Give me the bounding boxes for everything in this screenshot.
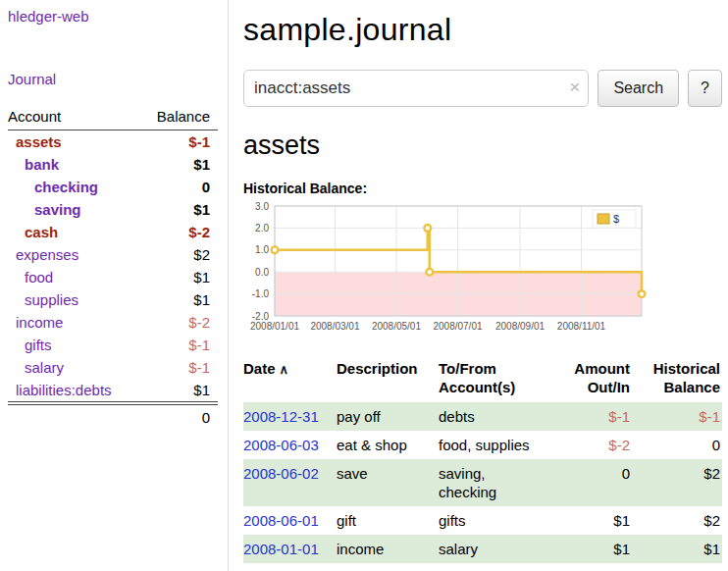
- account-row: gifts$-1: [8, 334, 218, 356]
- account-balance: $-2: [140, 221, 218, 243]
- data-point-marker: [639, 290, 646, 297]
- account-row: assets$-1: [8, 130, 218, 154]
- register-accounts: food, supplies: [439, 431, 551, 459]
- hledger-web-app: hledger-web Journal Account Balance asse…: [0, 0, 728, 571]
- accounts-header-row: Account Balance: [8, 108, 218, 130]
- register-balance: $1: [632, 535, 722, 563]
- register-row: 2008-06-03eat & shopfood, supplies$-20: [243, 431, 722, 459]
- register-header-balance: Historical Balance: [632, 357, 722, 402]
- svg-text:$: $: [613, 213, 619, 225]
- account-balance: $1: [140, 379, 218, 403]
- register-header-row: Date∧ Description To/From Account(s) Amo…: [243, 357, 722, 402]
- svg-text:-1.0: -1.0: [252, 288, 270, 299]
- register-date-link[interactable]: 2008-01-01: [243, 541, 319, 557]
- accounts-total-row: 0: [8, 403, 218, 429]
- svg-text:2008/05/01: 2008/05/01: [372, 321, 421, 332]
- svg-text:2008/03/01: 2008/03/01: [310, 321, 359, 332]
- account-balance: $2: [140, 243, 218, 266]
- data-point-marker: [272, 246, 279, 253]
- register-date-link[interactable]: 2008-06-01: [243, 512, 319, 529]
- register-accounts: debts: [439, 402, 551, 431]
- register-row: 2008-06-01giftgifts$1$2: [243, 506, 722, 535]
- account-balance: 0: [140, 176, 218, 198]
- account-link-food[interactable]: food: [25, 269, 53, 286]
- svg-text:1.0: 1.0: [255, 244, 269, 255]
- register-accounts: saving, checking: [439, 459, 551, 506]
- sort-ascending-icon: ∧: [280, 362, 289, 377]
- register-row: 2008-06-02savesaving, checking0$2: [243, 459, 722, 506]
- register-balance: $2: [632, 506, 722, 535]
- legend-swatch: [598, 214, 609, 224]
- register-balance: 0: [632, 431, 722, 459]
- register-date-link[interactable]: 2008-12-31: [243, 408, 319, 425]
- main-content: sample.journal × Search ? assets Histori…: [230, 0, 728, 571]
- account-balance: $-1: [140, 356, 218, 379]
- register-row: 2008-01-01incomesalary$1$1: [243, 535, 722, 563]
- account-link-cash[interactable]: cash: [25, 224, 58, 240]
- account-link-gifts[interactable]: gifts: [25, 337, 52, 353]
- accounts-header-account: Account: [8, 108, 140, 130]
- account-balance: $1: [140, 266, 218, 288]
- register-date-link[interactable]: 2008-06-02: [243, 465, 319, 482]
- svg-text:2008/07/01: 2008/07/01: [433, 321, 482, 332]
- account-link-expenses[interactable]: expenses: [16, 246, 78, 263]
- account-link-supplies[interactable]: supplies: [25, 291, 78, 308]
- data-point-marker: [424, 225, 431, 232]
- svg-text:2008/11/01: 2008/11/01: [557, 321, 606, 332]
- sidebar-item-journal[interactable]: Journal: [8, 71, 56, 87]
- register-description: income: [337, 535, 439, 563]
- account-link-saving[interactable]: saving: [34, 201, 81, 218]
- account-row: food$1: [8, 266, 218, 288]
- svg-text:2.0: 2.0: [255, 223, 269, 234]
- register-amount: 0: [551, 459, 632, 506]
- app-title-link[interactable]: hledger-web: [8, 8, 89, 25]
- register-amount: $-1: [551, 402, 632, 431]
- account-balance: $-1: [140, 334, 218, 356]
- svg-text:2008/09/01: 2008/09/01: [495, 321, 545, 332]
- account-row: salary$-1: [8, 356, 218, 379]
- account-row: bank$1: [8, 153, 218, 176]
- data-point-marker: [426, 269, 433, 276]
- account-balance: $1: [140, 288, 218, 311]
- account-row: expenses$2: [8, 243, 218, 266]
- account-link-assets[interactable]: assets: [16, 133, 62, 150]
- search-button[interactable]: Search: [598, 70, 679, 107]
- svg-text:0.0: 0.0: [255, 267, 269, 278]
- clear-search-icon[interactable]: ×: [569, 78, 580, 97]
- register-header-accounts: To/From Account(s): [439, 357, 551, 402]
- account-row: saving$1: [8, 198, 218, 221]
- accounts-total-balance: 0: [140, 403, 218, 429]
- account-row: liabilities:debts$1: [8, 379, 218, 403]
- register-table-body: 2008-12-31pay offdebts$-1$-12008-06-03ea…: [243, 402, 722, 563]
- account-link-bank[interactable]: bank: [25, 156, 59, 173]
- account-link-checking[interactable]: checking: [34, 179, 98, 195]
- register-header-description: Description: [337, 357, 439, 402]
- accounts-header-balance: Balance: [140, 108, 218, 130]
- search-input[interactable]: [243, 70, 589, 107]
- register-description: eat & shop: [337, 431, 439, 459]
- account-balance: $1: [140, 153, 218, 176]
- search-bar: × Search ?: [243, 70, 722, 107]
- register-accounts: salary: [439, 535, 551, 563]
- account-link-income[interactable]: income: [16, 314, 63, 331]
- chart-title: Historical Balance:: [243, 181, 722, 196]
- register-header-amount: Amount Out/In: [551, 357, 632, 402]
- account-row: checking0: [8, 176, 218, 198]
- accounts-table: Account Balance assets$-1bank$1checking0…: [8, 108, 218, 429]
- search-input-wrapper: ×: [243, 70, 589, 107]
- register-balance: $2: [632, 459, 722, 506]
- account-heading: assets: [243, 130, 722, 161]
- register-header-date[interactable]: Date∧: [243, 357, 337, 402]
- help-button[interactable]: ?: [688, 70, 722, 107]
- account-balance: $-1: [140, 130, 218, 154]
- balance-chart-container: 3.02.01.00.0-1.0-2.02008/01/012008/03/01…: [243, 200, 650, 343]
- svg-text:2008/01/01: 2008/01/01: [250, 321, 299, 332]
- register-accounts: gifts: [439, 506, 551, 535]
- register-date-link[interactable]: 2008-06-03: [243, 437, 319, 453]
- sidebar: hledger-web Journal Account Balance asse…: [0, 0, 229, 571]
- account-link-liabilities-debts[interactable]: liabilities:debts: [16, 382, 112, 398]
- register-description: save: [337, 459, 439, 506]
- register-description: gift: [337, 506, 439, 535]
- account-link-salary[interactable]: salary: [25, 359, 64, 376]
- register-balance: $-1: [632, 402, 722, 431]
